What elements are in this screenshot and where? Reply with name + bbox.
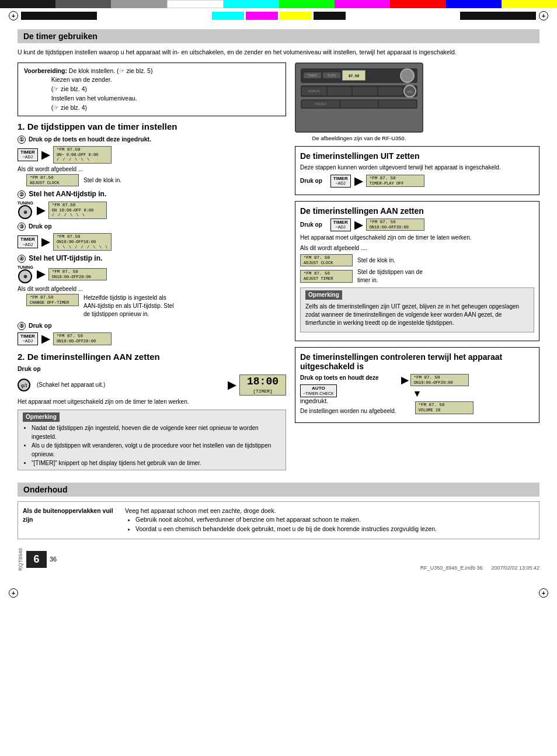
- step5-num: ⑤: [18, 322, 26, 330]
- footer-right: RF_U350_8946_E.indb 36 2007/02/02 13:05:…: [420, 565, 539, 571]
- box-check: De timerinstellingen controleren terwijl…: [295, 347, 539, 423]
- reg-mark-bl: +: [9, 588, 18, 598]
- power-button[interactable]: φ/I: [18, 379, 30, 391]
- step1-small-note: Stel de klok in.: [83, 177, 121, 183]
- step3: ③ Druk op TIMER −ADJ ▶ *FM 87.50 ON18:00…: [18, 223, 286, 251]
- arrow-1: ▶: [41, 148, 50, 161]
- bottom-marks: + +: [0, 585, 557, 601]
- reg-mark-tl: +: [9, 11, 18, 20]
- intro-text: U kunt de tijdstippen instellen waarop u…: [18, 48, 539, 57]
- rqt-number: RQT8946: [18, 548, 23, 571]
- opmerking-title-1: Opmerking: [23, 412, 60, 422]
- step2-num: ②: [18, 190, 26, 199]
- box-aan-title: De timerinstellingen AAN zetten: [300, 206, 534, 216]
- box-aan-timer-btn[interactable]: TIMER −ADJ: [330, 219, 351, 231]
- step4: ④ Stel het UIT-tijdstip in. TUNING ⊕ ▶ *…: [18, 254, 286, 318]
- color-bar-magenta: [335, 0, 390, 8]
- box-aan-small1: *FM 87. 50 ADJUST CLOCK Stel de klok in.: [300, 254, 534, 266]
- reg-mark-tr: +: [539, 11, 548, 20]
- arrow-5: ▶: [41, 332, 50, 345]
- tuning-knob-4: TUNING ⊕: [18, 265, 33, 283]
- box-check-display1: *FM 87. 50 ON18:00→OFF20:00: [410, 374, 469, 386]
- left-column: Voorbereiding: De klok instellen. (☞ zie…: [18, 63, 286, 474]
- box-aan-small2: *FM 87. 50 ADJUST TIMER Stel de tijdstip…: [300, 268, 534, 285]
- step1-diagram: TIMER −ADJ ▶ *FM 87.50 ON− 0:00→OFF 0:00…: [18, 146, 286, 164]
- section2-diagram: φ/I (Schakel het apparaat uit.) ▶ 18:00 …: [18, 374, 286, 395]
- timer-button-3[interactable]: TIMER −ADJ: [18, 235, 38, 248]
- step5-diagram: TIMER −ADJ ▶ *FM 87. 50 ON18:00→OFF20:00: [18, 332, 286, 345]
- step3-title: ③ Druk op: [18, 223, 286, 231]
- footer: RQT8946 6 36 RF_U350_8946_E.indb 36 2007…: [18, 548, 539, 571]
- step1-small-display-row: *FM 87.50 ADJUST CLOCK Stel de klok in.: [26, 174, 286, 186]
- tuning-knob-icon-4[interactable]: ⊕: [18, 269, 32, 283]
- box-check-auto-btn[interactable]: AUTO −TIMER-CHECK: [300, 384, 337, 397]
- yellow-swatch: [280, 12, 312, 20]
- step5-title: ⑤ Druk op: [18, 322, 286, 330]
- box-uit-title: De timerinstellingen UIT zetten: [300, 151, 534, 161]
- color-bar-yellow: [502, 0, 557, 8]
- color-bar-red: [390, 0, 445, 8]
- box-aan-opmerking: Opmerking Zelfs als de timerinstellingen…: [300, 287, 534, 332]
- schakel-text: (Schakel het apparaat uit.): [37, 382, 105, 388]
- step3-num: ③: [18, 223, 26, 231]
- onderhoud-section: Onderhoud Als de buitenoppervlakken vuil…: [18, 483, 539, 539]
- onderhoud-title: Onderhoud: [18, 483, 539, 497]
- step4-small-row: *FM 87.50 CHANGE OFF-TIMER Hetzelfde tij…: [26, 294, 286, 318]
- box-aan-small1-note: Stel de klok in.: [357, 257, 395, 263]
- opmerking-list-1: Nadat de tijdstippen zijn ingesteld, hoe…: [32, 424, 281, 467]
- display-2: *FM 87.50 ON 18:00→OFF 0:00 / / / \ \ \: [48, 202, 107, 219]
- box-uit-desc: Deze stappen kunnen worden uitgevoerd te…: [300, 164, 534, 172]
- box-check-text: Druk op toets en houdt deze AUTO −TIMER-…: [300, 374, 396, 418]
- section-title: De timer gebruiken: [18, 29, 539, 43]
- footer-date: 2007/02/02 13:05:42: [491, 565, 539, 571]
- preparation-box: Voorbereiding: De klok instellen. (☞ zie…: [18, 63, 286, 117]
- step2-diagram: TUNING ⊕ ▶ *FM 87.50 ON 18:00→OFF 0:00 /…: [18, 201, 286, 219]
- color-bar-white: [167, 0, 224, 8]
- timer-button-5[interactable]: TIMER −ADJ: [18, 332, 38, 345]
- section2-title: 2. De timerinstellingen AAN zetten: [18, 351, 286, 363]
- box-uit-druk: Druk op: [300, 178, 322, 184]
- radio-image-section: TIMER AUTO 87.50 DISPLAY VOL PRESET: [295, 63, 539, 141]
- display-3: *FM 87.50 ON18:00→OFF18:00 \ \ \ / / / \…: [53, 233, 112, 251]
- box-check-displays: ▶ *FM 87. 50 ON18:00→OFF20:00 ▼: [401, 374, 474, 414]
- color-bar-cyan: [224, 0, 279, 8]
- box-aan-diagram: Druk op TIMER −ADJ ▶ *FM 87. 50 ON18:00→…: [300, 219, 534, 231]
- page-number-big: 6: [26, 551, 47, 568]
- box-aan-small2-note: Stel de tijdstippen van de timer in.: [357, 268, 427, 285]
- cyan-swatch: [212, 12, 244, 20]
- box-aan-druk: Druk op: [300, 221, 322, 228]
- arrow-4: ▶: [37, 268, 45, 280]
- box-uit: De timerinstellingen UIT zetten Deze sta…: [295, 146, 539, 195]
- section2-note: Het apparaat moet uitgeschakeld zijn om …: [18, 398, 286, 406]
- box-check-title: De timerinstellingen controleren terwijl…: [300, 352, 534, 371]
- opmerking-item-1: Nadat de tijdstippen zijn ingesteld, hoe…: [32, 424, 281, 441]
- box-aan-small-display2: *FM 87. 50 ADJUST TIMER: [300, 270, 353, 282]
- display-4: *FM 87. 50 ON18:00→OFF20:00: [48, 268, 107, 280]
- tuning-knob-icon[interactable]: ⊕: [18, 205, 32, 219]
- box-aan-opmerking-text: Zelfs als de timerinstellingen zijn UIT …: [305, 303, 529, 327]
- step4-small-note: Hetzelfde tijdstip is ingesteld als AAN-…: [83, 294, 177, 318]
- arrow-2: ▶: [37, 204, 45, 217]
- radio-device-image: TIMER AUTO 87.50 DISPLAY VOL PRESET: [295, 63, 423, 133]
- onderhoud-list: Gebruik nooit alcohol, verfverdunner of …: [135, 515, 534, 534]
- box-uit-timer-btn[interactable]: TIMER −ADJ: [330, 175, 351, 188]
- box-aan-note: Het apparaat moet uitgeschakeld zijn om …: [300, 234, 534, 242]
- opmerking-item-2: Als u de tijdstippen wilt veranderen, vo…: [32, 441, 281, 459]
- step1-num: ①: [18, 136, 26, 144]
- onderhoud-left-text: Als de buitenoppervlakken vuil zijn: [23, 507, 116, 534]
- arrow-3: ▶: [41, 235, 50, 248]
- section1-title: 1. De tijdstippen van de timer instellen: [18, 121, 286, 133]
- step4-num: ④: [18, 255, 26, 263]
- box-aan-display: *FM 87. 50 ON18:00→OFF20:00: [366, 219, 424, 231]
- timer-button-1[interactable]: TIMER −ADJ: [18, 148, 38, 161]
- step4-small-display: *FM 87.50 CHANGE OFF-TIMER: [26, 294, 79, 306]
- onderhoud-right-content: Veeg het apparaat schoon met een zachte,…: [125, 507, 534, 534]
- color-bar-gray: [111, 0, 166, 8]
- reg-mark-br: +: [539, 588, 548, 598]
- step3-diagram: TIMER −ADJ ▶ *FM 87.50 ON18:00→OFF18:00 …: [18, 233, 286, 251]
- box-check-note: De instellingen worden nu afgebeeld.: [300, 407, 396, 415]
- step5: ⑤ Druk op TIMER −ADJ ▶ *FM 87. 50 ON18:0…: [18, 322, 286, 345]
- onderhoud-content: Als de buitenoppervlakken vuil zijn Veeg…: [18, 501, 539, 539]
- step2: ② Stel het AAN-tijdstip in. TUNING ⊕ ▶ *…: [18, 190, 286, 219]
- box-uit-display: *FM 87. 50 TIMER-PLAY OFF: [366, 175, 424, 187]
